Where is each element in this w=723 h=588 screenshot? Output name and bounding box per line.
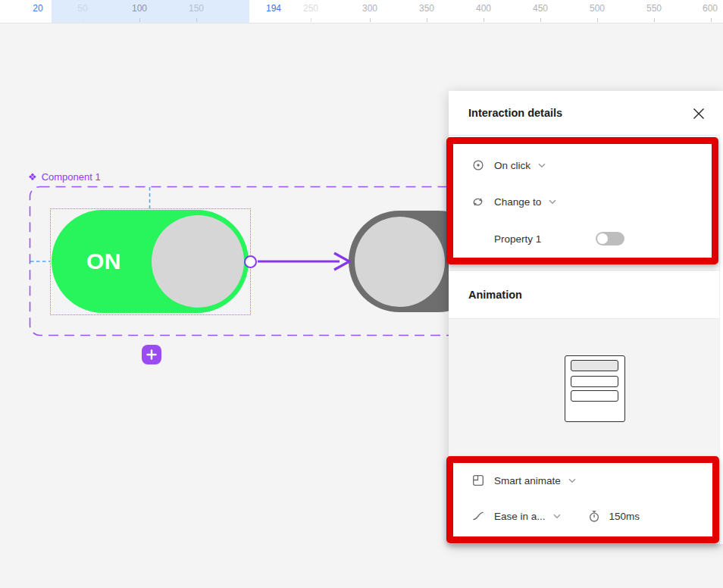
ruler-label: 194 (266, 3, 281, 14)
trigger-label: On click (494, 160, 531, 171)
panel-title: Interaction details (468, 91, 562, 135)
ruler-tick (654, 18, 655, 22)
prototype-connector-handle[interactable] (244, 255, 257, 268)
preview-row (571, 376, 618, 387)
animation-preview-area (449, 318, 723, 458)
toggle-knob (152, 215, 244, 308)
ruler-tick (427, 18, 427, 22)
action-label: Change to (494, 196, 541, 208)
close-button[interactable] (692, 107, 706, 120)
toggle-knob (597, 233, 608, 244)
preview-row (571, 390, 618, 402)
duration-field[interactable]: 150ms (609, 511, 640, 522)
chevron-down-icon[interactable] (549, 199, 556, 205)
animation-type-label: Smart animate (494, 475, 561, 486)
ruler-tick (597, 18, 598, 22)
animation-preview-thumbnail (565, 355, 625, 422)
ruler-label: 350 (419, 3, 434, 14)
ruler-tick (484, 18, 484, 22)
property-1-toggle[interactable] (596, 232, 624, 246)
interaction-details-panel: Interaction details On click (449, 91, 723, 544)
on-click-trigger-icon (471, 159, 484, 172)
ruler-label: 100 (132, 3, 147, 14)
ruler-label: 300 (362, 3, 377, 14)
prototype-arrow-head (334, 253, 349, 270)
easing-row: Ease in a... 150ms (449, 505, 723, 527)
add-variant-button[interactable] (142, 345, 161, 364)
ruler-label: 150 (189, 3, 204, 14)
horizontal-ruler: 20 50 100 150 194 250 300 350 400 450 50… (0, 0, 723, 23)
ruler-tick (370, 18, 371, 22)
component-name-label[interactable]: Component 1 (42, 171, 101, 183)
preview-row (571, 360, 618, 371)
close-icon (693, 108, 705, 120)
ruler-label: 20 (33, 3, 42, 14)
ruler-tick (711, 18, 712, 22)
property-label: Property 1 (494, 233, 541, 245)
ruler-label: 550 (646, 3, 662, 14)
plus-icon (146, 349, 157, 360)
divider (449, 270, 723, 271)
ruler-tick (311, 18, 311, 22)
figma-prototype-screen: 20 50 100 150 194 250 300 350 400 450 50… (0, 0, 723, 588)
action-dropdown[interactable]: Change to (449, 191, 723, 212)
ruler-tick (139, 18, 140, 22)
easing-dropdown[interactable]: Ease in a... (494, 511, 546, 522)
ruler-tick (196, 18, 197, 22)
ruler-label: 400 (476, 3, 491, 14)
divider (449, 135, 723, 136)
chevron-down-icon[interactable] (568, 478, 576, 483)
toggle-on-label: ON (86, 210, 121, 313)
chevron-down-icon[interactable] (553, 514, 561, 519)
easing-curve-icon (471, 510, 484, 523)
animation-section-title: Animation (468, 284, 522, 305)
ruler-label: 250 (303, 3, 318, 14)
ruler-label: 50 (77, 3, 87, 14)
ruler-label: 600 (703, 3, 718, 14)
ruler-label: 450 (533, 3, 548, 14)
stopwatch-icon (588, 510, 600, 523)
toggle-variant-on[interactable]: ON (52, 210, 249, 313)
ruler-tick (540, 18, 541, 22)
ruler-label: 500 (590, 3, 605, 14)
smart-animate-icon (471, 474, 484, 487)
component-icon: ❖ (28, 172, 37, 182)
ruler-tick (83, 18, 83, 22)
chevron-down-icon[interactable] (538, 163, 546, 168)
change-to-swap-icon (471, 195, 484, 208)
property-row: Property 1 (449, 228, 723, 249)
trigger-dropdown[interactable]: On click (449, 155, 723, 176)
toggle-knob (355, 217, 445, 307)
animation-type-dropdown[interactable]: Smart animate (449, 470, 723, 491)
component-title[interactable]: ❖ Component 1 (28, 171, 101, 183)
